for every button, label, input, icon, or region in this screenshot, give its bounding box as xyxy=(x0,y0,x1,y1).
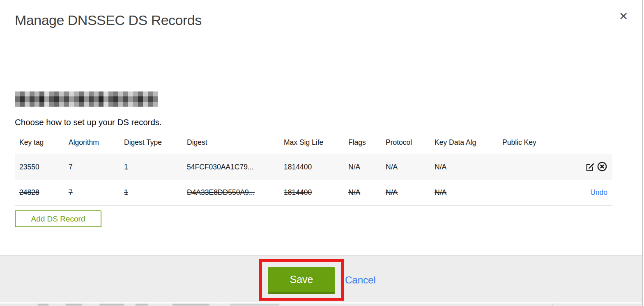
modal-footer: Save Cancel xyxy=(0,255,642,302)
cell-key-tag: 23550 xyxy=(15,154,64,180)
window-right-edge xyxy=(642,0,643,306)
redacted-domain-name xyxy=(15,91,158,107)
close-button[interactable]: ✕ xyxy=(615,8,632,25)
column-header-public-key: Public Key xyxy=(498,136,555,154)
cell-digest-type: 1 xyxy=(120,180,182,206)
column-header-key-data-alg: Key Data Alg xyxy=(430,136,498,154)
close-icon: ✕ xyxy=(619,10,628,23)
background-content-blur xyxy=(38,304,48,306)
background-content-blur xyxy=(230,304,279,306)
column-header-flags: Flags xyxy=(344,136,381,154)
ds-records-table: Key tag Algorithm Digest Type Digest Max… xyxy=(15,136,612,206)
column-header-algorithm: Algorithm xyxy=(64,136,120,154)
ds-record-row-deleted: 24828 7 1 D4A33E8DD550A9... 1814400 N/A … xyxy=(15,180,612,206)
cell-public-key xyxy=(498,154,555,180)
page-title: Manage DNSSEC DS Records xyxy=(15,12,202,28)
ds-record-row: 23550 7 1 54FCF030AA1C79... 1814400 N/A … xyxy=(15,154,612,180)
column-header-max-sig-life: Max Sig Life xyxy=(279,136,344,154)
cell-digest-type: 1 xyxy=(120,154,182,180)
cell-key-data-alg: N/A xyxy=(430,180,498,206)
column-header-digest: Digest xyxy=(182,136,279,154)
background-content-blur xyxy=(99,304,124,306)
cancel-link[interactable]: Cancel xyxy=(345,274,376,286)
background-content-blur xyxy=(136,304,148,306)
add-ds-record-button[interactable]: Add DS Record xyxy=(15,210,101,227)
dnssec-ds-records-modal: Manage DNSSEC DS Records ✕ Choose how to… xyxy=(0,0,644,306)
edit-ds-record-button[interactable] xyxy=(585,161,596,173)
cell-flags: N/A xyxy=(344,154,381,180)
cell-max-sig-life: 1814400 xyxy=(279,180,344,206)
cell-actions xyxy=(555,154,612,180)
cell-key-tag: 24828 xyxy=(15,180,64,206)
background-page-edge xyxy=(0,302,642,306)
table-header-row: Key tag Algorithm Digest Type Digest Max… xyxy=(15,136,612,154)
cell-public-key xyxy=(498,180,555,206)
cell-digest: 54FCF030AA1C79... xyxy=(182,154,279,180)
column-header-key-tag: Key tag xyxy=(15,136,64,154)
column-header-actions xyxy=(555,136,612,154)
background-content-blur xyxy=(66,304,82,306)
cell-algorithm: 7 xyxy=(64,154,120,180)
column-header-digest-type: Digest Type xyxy=(120,136,182,154)
instruction-text: Choose how to set up your DS records. xyxy=(15,117,162,127)
column-header-protocol: Protocol xyxy=(381,136,430,154)
background-content-blur xyxy=(172,304,209,306)
undo-link[interactable]: Undo xyxy=(590,188,607,196)
cell-protocol: N/A xyxy=(381,180,430,206)
cell-digest: D4A33E8DD550A9... xyxy=(182,180,279,206)
delete-ds-record-button[interactable] xyxy=(597,161,607,173)
edit-icon xyxy=(585,167,596,173)
cell-actions: Undo xyxy=(555,180,612,206)
cell-key-data-alg: N/A xyxy=(430,154,498,180)
cell-protocol: N/A xyxy=(381,154,430,180)
cell-flags: N/A xyxy=(344,180,381,206)
cell-max-sig-life: 1814400 xyxy=(279,154,344,180)
save-button[interactable]: Save xyxy=(268,267,335,294)
cell-algorithm: 7 xyxy=(64,180,120,206)
delete-circle-icon xyxy=(597,167,607,173)
background-divider xyxy=(552,304,553,306)
